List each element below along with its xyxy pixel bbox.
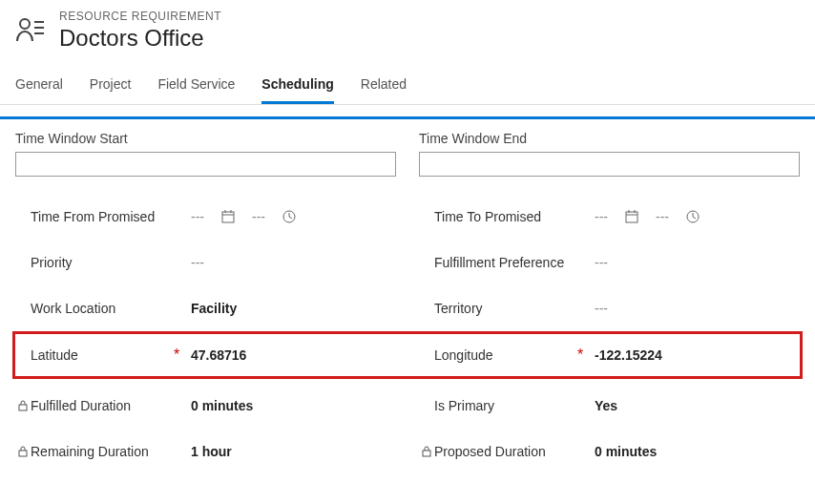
form-left-column: Time Window Start Time From Promised ---… <box>15 131 396 331</box>
proposed-duration-label: Proposed Duration <box>434 444 577 459</box>
svg-point-0 <box>20 19 30 29</box>
svg-rect-16 <box>423 451 430 456</box>
lat-long-highlight: Latitude * 47.68716 Longitude * -122.152… <box>12 331 803 379</box>
row-remaining-duration: Remaining Duration 1 hour <box>15 429 396 474</box>
clock-icon[interactable] <box>282 210 296 223</box>
time-to-promised-value[interactable]: --- --- <box>595 209 800 224</box>
svg-rect-14 <box>19 405 27 410</box>
row-fulfilled-duration: Fulfilled Duration 0 minutes <box>15 383 396 429</box>
svg-rect-15 <box>19 451 27 456</box>
time-to-promised-label: Time To Promised <box>434 209 577 224</box>
row-proposed-duration: Proposed Duration 0 minutes <box>419 429 800 474</box>
form-bottom: Fulfilled Duration 0 minutes Remaining D… <box>0 379 815 497</box>
row-is-primary: Is Primary Yes <box>419 383 800 429</box>
tab-scheduling[interactable]: Scheduling <box>261 67 333 104</box>
row-time-to-promised: Time To Promised --- --- <box>419 194 800 240</box>
svg-rect-4 <box>222 212 234 222</box>
time-window-end-input[interactable] <box>419 152 800 177</box>
is-primary-label: Is Primary <box>434 398 577 413</box>
time-from-promised-value[interactable]: --- --- <box>191 209 396 224</box>
fulfillment-preference-value[interactable]: --- <box>595 255 800 270</box>
time-window-end-label: Time Window End <box>419 131 800 146</box>
remaining-duration-label: Remaining Duration <box>31 444 174 459</box>
row-priority: Priority --- <box>15 240 396 285</box>
latitude-value[interactable]: 47.68716 <box>191 347 396 363</box>
entity-type-label: RESOURCE REQUIREMENT <box>59 10 221 23</box>
fulfillment-preference-label: Fulfillment Preference <box>434 255 577 270</box>
row-work-location: Work Location Facility <box>15 285 396 331</box>
fulfilled-duration-value: 0 minutes <box>191 398 396 413</box>
page-title: Doctors Office <box>59 25 221 52</box>
time-window-start-input[interactable] <box>15 152 396 177</box>
calendar-icon[interactable] <box>221 210 235 223</box>
tab-general[interactable]: General <box>15 67 63 104</box>
tab-bar: General Project Field Service Scheduling… <box>0 67 815 105</box>
priority-value[interactable]: --- <box>191 255 396 270</box>
territory-label: Territory <box>434 301 577 316</box>
time-from-promised-label: Time From Promised <box>31 209 174 224</box>
row-latitude: Latitude * 47.68716 <box>15 334 396 376</box>
lock-icon <box>419 446 434 457</box>
tab-field-service[interactable]: Field Service <box>157 67 235 104</box>
resource-requirement-icon <box>15 14 46 48</box>
row-fulfillment-preference: Fulfillment Preference --- <box>419 240 800 285</box>
fulfilled-duration-label: Fulfilled Duration <box>31 398 174 413</box>
row-territory: Territory --- <box>419 285 800 331</box>
row-longitude: Longitude * -122.15224 <box>419 334 800 376</box>
page-header: RESOURCE REQUIREMENT Doctors Office <box>0 0 815 67</box>
lock-icon <box>15 446 31 457</box>
longitude-value[interactable]: -122.15224 <box>595 347 800 363</box>
work-location-label: Work Location <box>31 301 174 316</box>
territory-value[interactable]: --- <box>595 301 800 316</box>
form-right-column: Time Window End Time To Promised --- --- <box>419 131 800 331</box>
required-marker: * <box>174 346 191 364</box>
priority-label: Priority <box>31 255 174 270</box>
tab-project[interactable]: Project <box>90 67 132 104</box>
required-marker: * <box>577 346 595 364</box>
clock-icon[interactable] <box>686 210 700 223</box>
calendar-icon[interactable] <box>625 210 638 223</box>
tab-related[interactable]: Related <box>361 67 407 104</box>
svg-rect-9 <box>626 212 637 222</box>
row-time-from-promised: Time From Promised --- --- <box>15 194 396 240</box>
time-window-start-label: Time Window Start <box>15 131 396 146</box>
proposed-duration-value: 0 minutes <box>595 444 800 459</box>
scheduling-form: Time Window Start Time From Promised ---… <box>0 119 815 354</box>
remaining-duration-value: 1 hour <box>191 444 396 459</box>
is-primary-value[interactable]: Yes <box>595 398 800 413</box>
longitude-label: Longitude <box>434 347 577 363</box>
latitude-label: Latitude <box>31 347 174 363</box>
lock-icon <box>15 400 31 411</box>
work-location-value[interactable]: Facility <box>191 301 396 316</box>
